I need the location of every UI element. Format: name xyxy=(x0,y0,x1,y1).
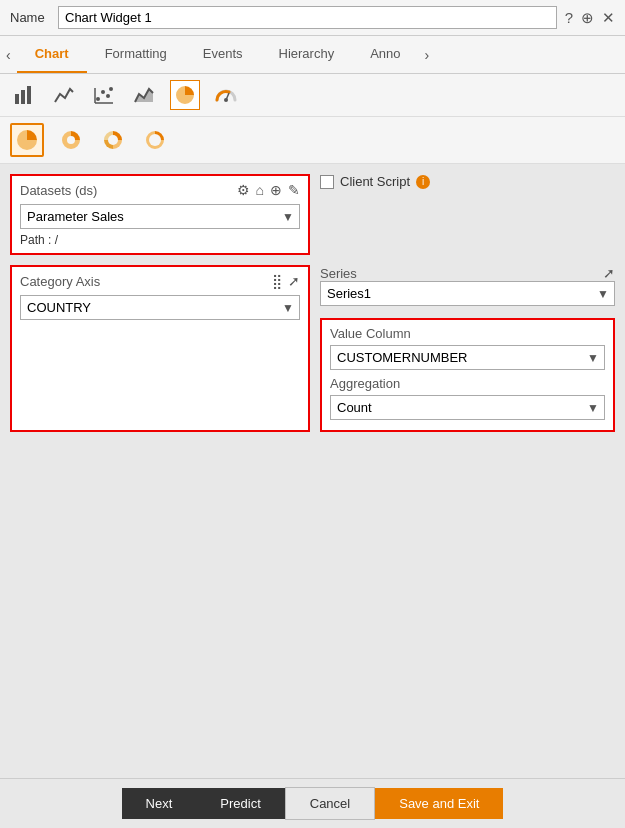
tab-nav-left[interactable]: ‹ xyxy=(0,39,17,71)
axis-arrow-icon[interactable]: ➚ xyxy=(288,273,300,289)
client-script-row: Client Script i xyxy=(320,174,615,189)
donut1-btn[interactable] xyxy=(56,125,86,155)
cancel-button[interactable]: Cancel xyxy=(285,787,375,820)
tabs-bar: ‹ Chart Formatting Events Hierarchy Anno… xyxy=(0,36,625,74)
name-label: Name xyxy=(10,10,50,25)
save-exit-button[interactable]: Save and Exit xyxy=(375,788,503,819)
move-icon[interactable]: ⊕ xyxy=(581,9,594,27)
next-button[interactable]: Next xyxy=(122,788,197,819)
category-axis-select-wrapper: COUNTRY CITY REGION ▼ xyxy=(20,295,300,320)
datasets-add-icon[interactable]: ⊕ xyxy=(270,182,282,198)
datasets-title: Datasets (ds) xyxy=(20,183,97,198)
tab-chart[interactable]: Chart xyxy=(17,36,87,73)
datasets-filter-icon[interactable]: ⚙ xyxy=(237,182,250,198)
datasets-select-wrapper: Parameter Sales Dataset 2 Dataset 3 ▼ xyxy=(20,204,300,229)
series-select-wrapper: Series1 Series2 ▼ xyxy=(320,281,615,306)
svg-point-13 xyxy=(108,135,118,145)
series-label: Series xyxy=(320,266,357,281)
pie-type-icons-row xyxy=(0,117,625,164)
svg-point-12 xyxy=(67,136,75,144)
svg-point-3 xyxy=(96,97,100,101)
datasets-edit-icon[interactable]: ✎ xyxy=(288,182,300,198)
datasets-select[interactable]: Parameter Sales Dataset 2 Dataset 3 xyxy=(20,204,300,229)
svg-rect-2 xyxy=(27,86,31,104)
aggregation-label: Aggregation xyxy=(330,376,605,391)
top-row: Datasets (ds) ⚙ ⌂ ⊕ ✎ Parameter Sales Da… xyxy=(10,174,615,255)
svg-point-14 xyxy=(149,134,161,146)
svg-point-5 xyxy=(106,94,110,98)
line-chart-btn[interactable] xyxy=(50,81,78,109)
svg-rect-1 xyxy=(21,90,25,104)
svg-rect-0 xyxy=(15,94,19,104)
datasets-home-icon[interactable]: ⌂ xyxy=(256,182,264,198)
svg-point-6 xyxy=(109,87,113,91)
chart-type-icons-row1 xyxy=(0,74,625,117)
category-axis-select[interactable]: COUNTRY CITY REGION xyxy=(20,295,300,320)
series-arrow-icon[interactable]: ➚ xyxy=(603,265,615,281)
value-column-select-wrapper: CUSTOMERNUMBER SALES QUANTITY ▼ xyxy=(330,345,605,370)
pie-chart-btn[interactable] xyxy=(170,80,200,110)
tab-formatting[interactable]: Formatting xyxy=(87,36,185,73)
client-script-checkbox[interactable] xyxy=(320,175,334,189)
donut3-btn[interactable] xyxy=(140,125,170,155)
axis-title: Category Axis xyxy=(20,274,100,289)
series-select[interactable]: Series1 Series2 xyxy=(320,281,615,306)
axis-tools: ⣿ ➚ xyxy=(272,273,300,289)
tab-hierarchy[interactable]: Hierarchy xyxy=(261,36,353,73)
close-icon[interactable]: ✕ xyxy=(602,9,615,27)
client-script-label: Client Script xyxy=(340,174,410,189)
main-content: Datasets (ds) ⚙ ⌂ ⊕ ✎ Parameter Sales Da… xyxy=(0,164,625,778)
value-column-label: Value Column xyxy=(330,326,605,341)
scatter-chart-btn[interactable] xyxy=(90,81,118,109)
title-input[interactable] xyxy=(58,6,557,29)
header-icons: ? ⊕ ✕ xyxy=(565,9,615,27)
value-box: Value Column CUSTOMERNUMBER SALES QUANTI… xyxy=(320,318,615,432)
datasets-path: Path : / xyxy=(20,233,300,247)
datasets-tools: ⚙ ⌂ ⊕ ✎ xyxy=(237,182,300,198)
client-script-info-icon[interactable]: i xyxy=(416,175,430,189)
axis-network-icon[interactable]: ⣿ xyxy=(272,273,282,289)
category-axis-box: Category Axis ⣿ ➚ COUNTRY CITY REGION ▼ xyxy=(10,265,310,432)
bar-chart-btn[interactable] xyxy=(10,81,38,109)
right-panel: Series ➚ Series1 Series2 ▼ Value Column … xyxy=(320,265,615,432)
gauge-chart-btn[interactable] xyxy=(212,81,240,109)
area-chart-btn[interactable] xyxy=(130,81,158,109)
svg-point-4 xyxy=(101,90,105,94)
series-section: Series ➚ Series1 Series2 ▼ xyxy=(320,265,615,310)
tab-nav-right[interactable]: › xyxy=(419,39,436,71)
header: Name ? ⊕ ✕ xyxy=(0,0,625,36)
middle-row: Category Axis ⣿ ➚ COUNTRY CITY REGION ▼ xyxy=(10,265,615,432)
aggregation-select-wrapper: Count Sum Average Max Min ▼ xyxy=(330,395,605,420)
donut2-btn[interactable] xyxy=(98,125,128,155)
series-header: Series ➚ xyxy=(320,265,615,281)
axis-header: Category Axis ⣿ ➚ xyxy=(20,273,300,289)
client-script-box: Client Script i xyxy=(320,174,615,255)
value-column-select[interactable]: CUSTOMERNUMBER SALES QUANTITY xyxy=(330,345,605,370)
bottom-bar: Next Predict Cancel Save and Exit xyxy=(0,778,625,828)
datasets-box: Datasets (ds) ⚙ ⌂ ⊕ ✎ Parameter Sales Da… xyxy=(10,174,310,255)
help-icon[interactable]: ? xyxy=(565,9,573,27)
predict-button[interactable]: Predict xyxy=(196,788,284,819)
tab-events[interactable]: Events xyxy=(185,36,261,73)
aggregation-select[interactable]: Count Sum Average Max Min xyxy=(330,395,605,420)
datasets-header: Datasets (ds) ⚙ ⌂ ⊕ ✎ xyxy=(20,182,300,198)
tab-anno[interactable]: Anno xyxy=(352,36,418,73)
full-pie-btn[interactable] xyxy=(10,123,44,157)
svg-point-11 xyxy=(224,98,228,102)
